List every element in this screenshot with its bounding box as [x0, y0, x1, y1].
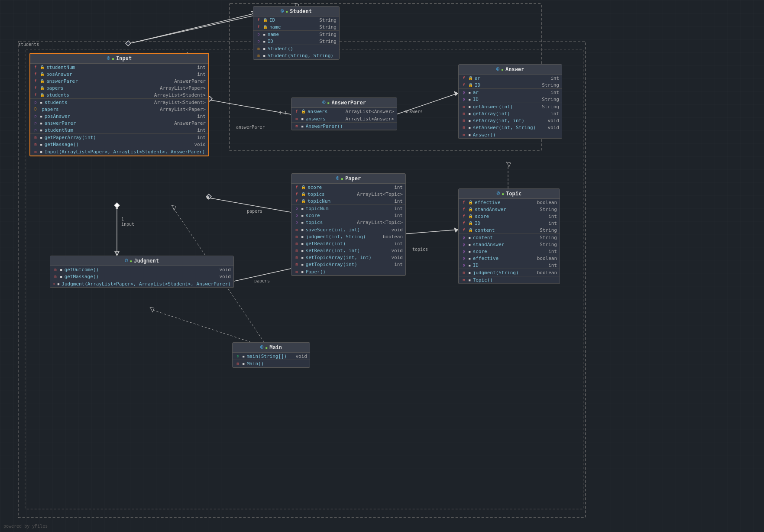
class-icon-judgment: © — [125, 258, 128, 264]
node-answer[interactable]: © ▪ Answer f 🔒 ar int f 🔒 ID String p ▪ … — [458, 64, 562, 139]
student-title: Student — [290, 8, 312, 14]
input-methods: m ▪ getPaperArray(int) int m ▪ getMassag… — [30, 134, 208, 148]
answer-method-setArray: m ▪ setArray(int, int) void — [459, 117, 562, 124]
input-field-studentNum: f 🔒 studentNum int — [30, 64, 208, 71]
judgment-method-getMassage: m ▪ getMassage() void — [50, 273, 233, 280]
topic-constructors: m ▪ Topic() — [459, 276, 560, 284]
student-field-ID: f 🔒 ID String — [253, 16, 339, 23]
topic-field-standAnswer: f 🔒 standAnswer String — [459, 206, 560, 213]
input-private-fields: f 🔒 studentNum int f 🔒 posAnswer int f 🔒… — [30, 64, 208, 99]
vis-f: f — [256, 18, 261, 22]
student-prop-name: p ▪ name String — [253, 31, 339, 38]
answer-private-fields: f 🔒 ar int f 🔒 ID String — [459, 75, 562, 89]
paper-field-topics: f 🔒 topics ArrayList<Topic> — [291, 191, 405, 198]
judgment-constructors: m ▪ Judgment(ArrayList<Paper>, ArrayList… — [50, 280, 233, 288]
paper-constructors: m ▪ Paper() — [291, 268, 405, 276]
answer-constructor: m ▪ Answer() — [459, 131, 562, 138]
answerparer-title: AnswerParer — [331, 100, 366, 106]
input-prop-students: p ▪ students ArrayList<Student> — [30, 99, 208, 106]
topic-field-effective: f 🔒 effective boolean — [459, 199, 560, 206]
class-icon-student: © — [281, 8, 284, 14]
student-constructor1: m ▪ Student() — [253, 45, 339, 52]
class-icon-main: © — [260, 344, 263, 350]
vis-m: m — [256, 46, 261, 51]
svg-point-28 — [116, 207, 118, 209]
ap-constructors: m ▪ AnswerParer() — [291, 123, 397, 130]
ap-private-fields: f 🔒 answers ArrayList<Answer> — [291, 108, 397, 115]
class-icon-input: © — [107, 55, 110, 62]
topic-prop-content: p ▪ content String — [459, 234, 560, 241]
input-field-posAnswer: f 🔒 posAnswer int — [30, 71, 208, 78]
label-topics: topics — [412, 247, 428, 252]
topic-prop-score: p ▪ score int — [459, 248, 560, 255]
answer-prop-ar: p ▪ ar int — [459, 89, 562, 96]
leaf-icon-ap: ▪ — [327, 101, 330, 105]
input-method-getPaperArray: m ▪ getPaperArray(int) int — [30, 134, 208, 141]
student-private-fields: f 🔒 ID String f 🔒 name String — [253, 16, 339, 31]
answer-field-ar: f 🔒 ar int — [459, 75, 562, 81]
input-prop-posAnswer: p ▪ posAnswer int — [30, 113, 208, 120]
judgment-title: Judgment — [134, 258, 159, 264]
paper-private-fields: f 🔒 score int f 🔒 topics ArrayList<Topic… — [291, 184, 405, 205]
svg-marker-23 — [150, 307, 154, 312]
class-icon-paper: © — [336, 175, 339, 182]
svg-marker-11 — [454, 91, 458, 96]
answer-constructors: m ▪ Answer() — [459, 131, 562, 139]
paper-method-saveScore: m ▪ saveScore(int, int) void — [291, 226, 405, 233]
student-header: © ▪ Student — [253, 6, 339, 16]
input-constructor: m ▪ Input(ArrayList<Paper>, ArrayList<St… — [30, 148, 208, 155]
label-input-text: input — [121, 222, 134, 227]
input-prop-papers-d: D papers ArrayList<Paper> — [30, 106, 208, 113]
answer-method-getAnswer: m ▪ getAnswer(int) String — [459, 103, 562, 110]
paper-method-getRealAr: m ▪ getRealAr(int) int — [291, 240, 405, 247]
label-students-top: students — [18, 42, 39, 47]
class-icon-ap: © — [322, 100, 325, 106]
judgment-method-getOutcome: m ▪ getOutcome() void — [50, 266, 233, 273]
main-title: Main — [269, 344, 282, 350]
input-prop-studentNum: p ▪ studentNum int — [30, 127, 208, 133]
svg-marker-18 — [114, 203, 120, 208]
label-papers1: papers — [247, 209, 262, 214]
topic-method-judgment: m ▪ judgment(String) boolean — [459, 269, 560, 276]
student-field-name: f 🔒 name String — [253, 23, 339, 30]
vis-p2: p — [256, 39, 261, 43]
paper-field-topicNum: f 🔒 topicNum int — [291, 198, 405, 204]
student-protected-fields: p ▪ name String p ▪ ID String — [253, 31, 339, 45]
paper-method-getTopicArray: m ▪ getTopicArray(int) int — [291, 261, 405, 268]
answer-header: © ▪ Answer — [459, 65, 562, 75]
node-judgment[interactable]: © ▪ Judgment m ▪ getOutcome() void m ▪ g… — [50, 256, 234, 288]
paper-protected-fields: p ▪ topicNum int p ▪ score int p ▪ topic… — [291, 205, 405, 226]
paper-title: Paper — [345, 175, 361, 182]
topic-prop-effective: p ▪ effective boolean — [459, 255, 560, 262]
node-student[interactable]: © ▪ Student f 🔒 ID String f 🔒 name Strin… — [253, 6, 340, 60]
answer-field-ID: f 🔒 ID String — [459, 81, 562, 88]
topic-field-ID: f 🔒 ID int — [459, 220, 560, 227]
judgment-header: © ▪ Judgment — [50, 256, 233, 266]
topic-methods: m ▪ judgment(String) boolean — [459, 269, 560, 276]
judgment-constructor: m ▪ Judgment(ArrayList<Paper>, ArrayList… — [50, 280, 233, 287]
topic-protected-fields: p ▪ content String p ▪ standAnswer Strin… — [459, 234, 560, 269]
class-icon-answer: © — [496, 66, 499, 72]
ap-methods: m ▪ answers ArrayList<Answer> — [291, 115, 397, 123]
paper-methods: m ▪ saveScore(int, int) void m ▪ judgmen… — [291, 226, 405, 268]
vis-m2: m — [256, 53, 261, 58]
label-answerparer: answerParer — [236, 125, 265, 130]
node-main[interactable]: © ▪ Main s ▪ main(String[]) void m ▪ Mai… — [232, 342, 310, 368]
main-header: © ▪ Main — [233, 343, 310, 353]
paper-prop-score: p ▪ score int — [291, 212, 405, 219]
answer-title: Answer — [505, 66, 524, 72]
node-input[interactable]: © ▪ Input f 🔒 studentNum int f 🔒 posAnsw… — [29, 53, 209, 156]
svg-marker-25 — [506, 162, 511, 167]
input-constructors: m ▪ Input(ArrayList<Paper>, ArrayList<St… — [30, 148, 208, 156]
input-method-getMassage: m ▪ getMassage() void — [30, 141, 208, 148]
svg-marker-15 — [454, 227, 458, 233]
node-topic[interactable]: © ▪ Topic f 🔒 effective boolean f 🔒 stan… — [458, 188, 560, 284]
diagram-canvas[interactable]: students 1 answerParer 1 1 answers 1 inp… — [0, 0, 764, 532]
node-answerparer[interactable]: © ▪ AnswerParer f 🔒 answers ArrayList<An… — [291, 97, 397, 130]
input-field-answerParer: f 🔒 answerParer AnswerParer — [30, 78, 208, 84]
paper-prop-topics: p ▪ topics ArrayList<Topic> — [291, 219, 405, 226]
main-method-main: s ▪ main(String[]) void — [233, 353, 310, 360]
answer-methods: m ▪ getAnswer(int) String m ▪ getArray(i… — [459, 103, 562, 131]
input-field-students: f 🔒 students ArrayList<Student> — [30, 91, 208, 98]
node-paper[interactable]: © ▪ Paper f 🔒 score int f 🔒 topics Array… — [291, 173, 406, 276]
